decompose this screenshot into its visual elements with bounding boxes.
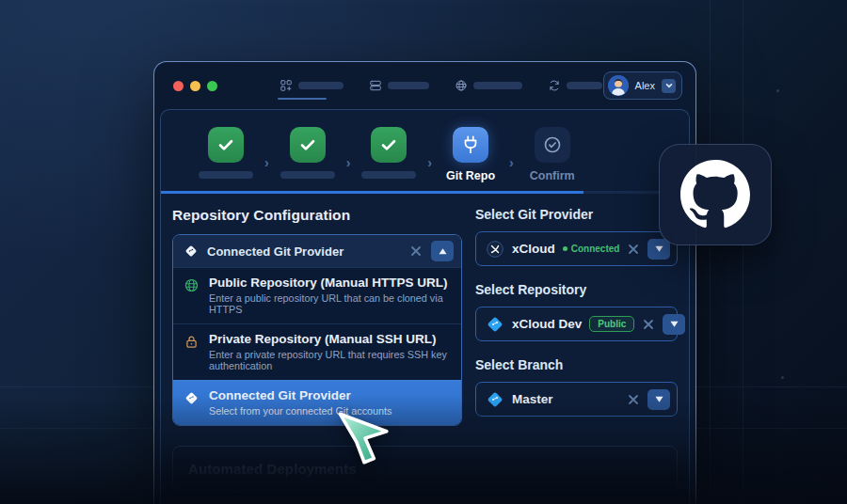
close-window-icon[interactable] <box>173 81 184 91</box>
step-confirm[interactable]: Confirm <box>525 127 580 182</box>
check-icon <box>216 134 236 155</box>
open-dropdown-button[interactable] <box>663 314 685 335</box>
collapse-dropdown-button[interactable] <box>431 241 454 261</box>
option-title: Connected Git Provider <box>209 388 392 402</box>
option-title: Public Repository (Manual HTTPS URL) <box>209 276 450 290</box>
selected-value: Master <box>512 392 553 406</box>
user-menu[interactable]: Alex <box>603 71 682 100</box>
nav-skeleton-label <box>388 82 429 89</box>
server-stack-icon <box>369 79 382 92</box>
main-nav <box>280 62 602 109</box>
nav-item-servers[interactable] <box>369 62 429 109</box>
repo-source-select[interactable]: Connected Git Provider <box>173 235 461 267</box>
apps-grid-add-icon <box>280 79 293 92</box>
step-2-done[interactable] <box>280 127 335 179</box>
selected-value: Connected Git Provider <box>207 244 401 259</box>
option-connected-git-provider[interactable]: Connected Git Provider Select from your … <box>173 380 461 425</box>
selected-value: xCloud <box>512 242 555 256</box>
plug-icon <box>460 134 481 155</box>
sync-icon <box>548 79 561 92</box>
public-badge: Public <box>589 316 634 332</box>
chevron-down-icon <box>665 82 673 89</box>
git-diamond-icon <box>184 390 200 406</box>
option-title: Private Repository (Manual SSH URL) <box>209 332 450 346</box>
github-card <box>659 144 772 245</box>
section-title: Automated Deployments <box>188 461 662 477</box>
nav-skeleton-label <box>567 82 602 89</box>
globe-icon <box>184 277 200 293</box>
branch-diamond-icon <box>486 390 504 409</box>
window-topbar: Alex <box>154 62 695 109</box>
chevron-right-icon: › <box>264 155 269 170</box>
step-skeleton-label <box>280 171 335 179</box>
github-icon <box>680 160 750 229</box>
nav-skeleton-label <box>473 82 522 89</box>
nav-skeleton-label <box>298 82 344 89</box>
nav-item-sync[interactable] <box>548 62 602 109</box>
field-label: Select Repository <box>475 282 678 297</box>
traffic-lights <box>173 81 217 91</box>
option-description: Select from your connected Git accounts <box>209 405 392 417</box>
option-description: Enter a private repository URL that requ… <box>209 349 450 371</box>
step-skeleton-label <box>199 171 253 179</box>
background-dot <box>781 376 784 379</box>
repo-source-dropdown: Connected Git Provider <box>172 234 462 426</box>
field-label: Select Git Provider <box>475 207 678 222</box>
field-label: Select Branch <box>475 357 678 372</box>
chevron-down-icon <box>655 395 663 403</box>
git-diamond-icon <box>184 244 199 259</box>
git-provider-select[interactable]: xCloud Connected <box>475 231 678 266</box>
circle-check-icon <box>542 134 563 155</box>
branch-select[interactable]: Master <box>475 382 678 417</box>
step-1-done[interactable] <box>199 127 253 179</box>
lock-icon <box>184 334 200 350</box>
wizard-panel: › › › Git Repo › Confir <box>160 109 690 504</box>
git-provider-section: Select Git Provider xCloud Connected <box>475 207 678 433</box>
clear-selection-icon[interactable] <box>627 243 640 256</box>
clear-selection-icon[interactable] <box>627 393 640 406</box>
xcloud-icon <box>486 240 504 259</box>
chevron-up-icon <box>439 247 447 256</box>
app-window: Alex › › › <box>153 61 696 504</box>
stepper: › › › Git Repo › Confir <box>161 110 689 194</box>
open-dropdown-button[interactable] <box>647 389 670 410</box>
clear-selection-icon[interactable] <box>409 244 423 258</box>
option-public-repository[interactable]: Public Repository (Manual HTTPS URL) Ent… <box>173 267 461 323</box>
repository-configuration-section: Repository Configuration Connected Git P… <box>172 207 462 433</box>
nav-item-dashboard[interactable] <box>280 62 344 109</box>
user-menu-toggle[interactable] <box>662 79 676 93</box>
globe-icon <box>455 79 468 92</box>
avatar <box>608 75 629 96</box>
section-title: Repository Configuration <box>172 207 462 224</box>
step-git-repo[interactable]: Git Repo <box>443 127 498 182</box>
option-description: Enter a public repository URL that can b… <box>209 292 450 315</box>
option-private-repository[interactable]: Private Repository (Manual SSH URL) Ente… <box>173 323 461 380</box>
chevron-right-icon: › <box>427 155 432 170</box>
chevron-right-icon: › <box>509 155 514 170</box>
selected-value: xCloud Dev <box>512 317 582 331</box>
minimize-window-icon[interactable] <box>190 81 200 91</box>
nav-item-domains[interactable] <box>455 62 522 109</box>
step-skeleton-label <box>361 171 416 179</box>
chevron-right-icon: › <box>346 155 351 170</box>
automated-deployments-section: Automated Deployments <box>172 446 678 492</box>
repo-diamond-icon <box>486 315 504 334</box>
check-icon <box>378 134 399 155</box>
clear-selection-icon[interactable] <box>642 318 655 331</box>
connected-status-badge: Connected <box>563 244 620 254</box>
user-name: Alex <box>635 80 655 91</box>
repository-select[interactable]: xCloud Dev Public <box>475 307 678 341</box>
step-label: Git Repo <box>446 169 495 182</box>
step-3-done[interactable] <box>361 127 416 179</box>
wizard-content: Repository Configuration Connected Git P… <box>161 194 689 504</box>
step-label: Confirm <box>530 169 575 182</box>
background-dot <box>776 89 779 92</box>
check-icon <box>297 134 318 155</box>
maximize-window-icon[interactable] <box>207 81 217 91</box>
chevron-down-icon <box>655 244 663 253</box>
status-dot-icon <box>563 246 567 251</box>
chevron-down-icon <box>670 320 679 328</box>
